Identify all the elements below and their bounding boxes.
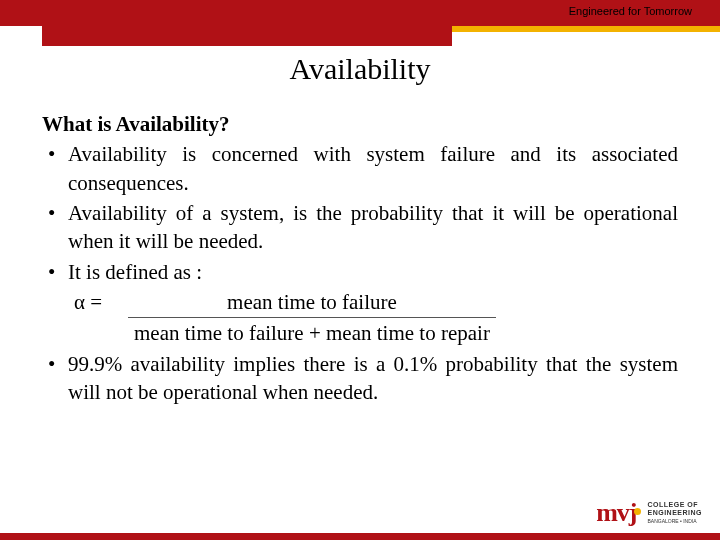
logo-mark: mvj xyxy=(596,498,641,528)
bullet-list-continued: 99.9% availability implies there is a 0.… xyxy=(42,350,678,407)
formula-fraction: mean time to failure mean time to failur… xyxy=(128,288,496,348)
logo-text: COLLEGE OF ENGINEERING BANGALORE • INDIA xyxy=(647,501,702,525)
formula-numerator: mean time to failure xyxy=(128,288,496,317)
list-item: It is defined as : xyxy=(42,258,678,286)
logo-wordmark: mvj xyxy=(596,498,636,527)
bullet-list: Availability is concerned with system fa… xyxy=(42,140,678,286)
list-item: Availability of a system, is the probabi… xyxy=(42,199,678,256)
tagline: Engineered for Tomorrow xyxy=(569,5,692,17)
formula-block: α = mean time to failure mean time to fa… xyxy=(42,288,678,348)
formula-denominator: mean time to failure + mean time to repa… xyxy=(128,318,496,347)
logo-subtext: BANGALORE • INDIA xyxy=(647,518,696,524)
list-item: Availability is concerned with system fa… xyxy=(42,140,678,197)
logo-line-2: ENGINEERING xyxy=(647,509,702,516)
logo-line-1: COLLEGE OF xyxy=(647,501,698,508)
content-area: What is Availability? Availability is co… xyxy=(42,110,678,408)
footer-bar xyxy=(0,533,720,540)
header-accent-strip xyxy=(452,26,720,32)
sub-heading: What is Availability? xyxy=(42,110,678,138)
formula-lhs: α = xyxy=(68,288,128,316)
header-accent-block xyxy=(42,18,452,46)
logo-dot-icon xyxy=(634,508,641,515)
list-item: 99.9% availability implies there is a 0.… xyxy=(42,350,678,407)
footer-logo: mvj COLLEGE OF ENGINEERING BANGALORE • I… xyxy=(596,498,702,528)
page-title: Availability xyxy=(0,52,720,86)
